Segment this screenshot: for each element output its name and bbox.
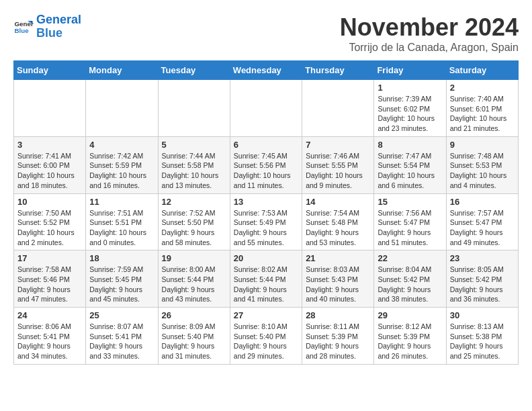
weekday-header-friday: Friday — [374, 61, 446, 80]
day-info: Sunrise: 7:39 AM Sunset: 6:02 PM Dayligh… — [378, 94, 442, 134]
calendar-cell: 8Sunrise: 7:47 AM Sunset: 5:54 PM Daylig… — [374, 136, 446, 193]
calendar-cell: 13Sunrise: 7:53 AM Sunset: 5:49 PM Dayli… — [230, 193, 302, 250]
calendar-cell: 9Sunrise: 7:48 AM Sunset: 5:53 PM Daylig… — [446, 136, 518, 193]
calendar-cell: 1Sunrise: 7:39 AM Sunset: 6:02 PM Daylig… — [374, 80, 446, 137]
day-info: Sunrise: 8:07 AM Sunset: 5:41 PM Dayligh… — [89, 322, 154, 361]
day-info: Sunrise: 7:56 AM Sunset: 5:47 PM Dayligh… — [378, 208, 442, 248]
day-info: Sunrise: 8:00 AM Sunset: 5:44 PM Dayligh… — [162, 265, 226, 304]
day-info: Sunrise: 8:10 AM Sunset: 5:40 PM Dayligh… — [234, 322, 298, 361]
day-number: 16 — [450, 197, 515, 207]
calendar-cell: 10Sunrise: 7:50 AM Sunset: 5:52 PM Dayli… — [14, 193, 86, 250]
svg-text:Blue: Blue — [15, 27, 30, 34]
day-number: 10 — [17, 197, 82, 207]
calendar-cell: 26Sunrise: 8:09 AM Sunset: 5:40 PM Dayli… — [158, 308, 230, 365]
day-info: Sunrise: 8:06 AM Sunset: 5:41 PM Dayligh… — [17, 322, 82, 361]
day-info: Sunrise: 7:44 AM Sunset: 5:58 PM Dayligh… — [162, 151, 226, 191]
day-number: 15 — [378, 197, 442, 207]
day-info: Sunrise: 7:46 AM Sunset: 5:55 PM Dayligh… — [306, 151, 370, 191]
weekday-header-sunday: Sunday — [14, 61, 86, 80]
calendar-week-row: 24Sunrise: 8:06 AM Sunset: 5:41 PM Dayli… — [14, 308, 519, 365]
day-number: 18 — [89, 253, 154, 263]
day-info: Sunrise: 8:13 AM Sunset: 5:38 PM Dayligh… — [450, 322, 515, 361]
day-number: 5 — [162, 140, 226, 150]
calendar-cell: 25Sunrise: 8:07 AM Sunset: 5:41 PM Dayli… — [86, 308, 158, 365]
calendar-cell: 6Sunrise: 7:45 AM Sunset: 5:56 PM Daylig… — [230, 136, 302, 193]
day-number: 11 — [89, 197, 154, 207]
day-info: Sunrise: 8:04 AM Sunset: 5:42 PM Dayligh… — [378, 265, 442, 304]
calendar-cell — [86, 80, 158, 137]
calendar-cell: 14Sunrise: 7:54 AM Sunset: 5:48 PM Dayli… — [302, 193, 374, 250]
calendar-cell: 7Sunrise: 7:46 AM Sunset: 5:55 PM Daylig… — [302, 136, 374, 193]
day-number: 25 — [89, 310, 154, 320]
day-number: 7 — [306, 140, 370, 150]
weekday-header-wednesday: Wednesday — [230, 61, 302, 80]
day-number: 9 — [450, 140, 515, 150]
calendar-cell: 5Sunrise: 7:44 AM Sunset: 5:58 PM Daylig… — [158, 136, 230, 193]
calendar-cell: 3Sunrise: 7:41 AM Sunset: 6:00 PM Daylig… — [14, 136, 86, 193]
day-number: 6 — [234, 140, 298, 150]
calendar-cell: 19Sunrise: 8:00 AM Sunset: 5:44 PM Dayli… — [158, 250, 230, 308]
day-info: Sunrise: 7:41 AM Sunset: 6:00 PM Dayligh… — [17, 151, 82, 191]
day-number: 20 — [234, 253, 298, 263]
logo-icon: General Blue — [13, 17, 34, 37]
day-number: 21 — [306, 253, 370, 263]
day-number: 4 — [89, 140, 154, 150]
day-info: Sunrise: 7:51 AM Sunset: 5:51 PM Dayligh… — [89, 208, 154, 248]
calendar-week-row: 1Sunrise: 7:39 AM Sunset: 6:02 PM Daylig… — [14, 80, 519, 137]
day-number: 1 — [378, 83, 442, 93]
day-info: Sunrise: 8:11 AM Sunset: 5:39 PM Dayligh… — [306, 322, 370, 361]
calendar-header-row: SundayMondayTuesdayWednesdayThursdayFrid… — [14, 61, 519, 80]
calendar-cell: 24Sunrise: 8:06 AM Sunset: 5:41 PM Dayli… — [14, 308, 86, 365]
calendar-cell: 4Sunrise: 7:42 AM Sunset: 5:59 PM Daylig… — [86, 136, 158, 193]
day-number: 22 — [378, 253, 442, 263]
calendar-cell — [158, 80, 230, 137]
day-info: Sunrise: 7:54 AM Sunset: 5:48 PM Dayligh… — [306, 208, 370, 248]
calendar-cell: 12Sunrise: 7:52 AM Sunset: 5:50 PM Dayli… — [158, 193, 230, 250]
weekday-header-saturday: Saturday — [446, 61, 518, 80]
calendar-cell: 28Sunrise: 8:11 AM Sunset: 5:39 PM Dayli… — [302, 308, 374, 365]
calendar-cell — [302, 80, 374, 137]
day-number: 28 — [306, 310, 370, 320]
month-title: November 2024 — [340, 13, 519, 42]
day-number: 27 — [234, 310, 298, 320]
calendar-cell: 30Sunrise: 8:13 AM Sunset: 5:38 PM Dayli… — [446, 308, 518, 365]
day-info: Sunrise: 8:03 AM Sunset: 5:43 PM Dayligh… — [306, 265, 370, 304]
calendar-cell: 18Sunrise: 7:59 AM Sunset: 5:45 PM Dayli… — [86, 250, 158, 308]
calendar-week-row: 3Sunrise: 7:41 AM Sunset: 6:00 PM Daylig… — [14, 136, 519, 193]
day-number: 24 — [17, 310, 82, 320]
calendar-cell — [14, 80, 86, 137]
calendar-cell: 20Sunrise: 8:02 AM Sunset: 5:44 PM Dayli… — [230, 250, 302, 308]
calendar-cell: 27Sunrise: 8:10 AM Sunset: 5:40 PM Dayli… — [230, 308, 302, 365]
day-info: Sunrise: 7:40 AM Sunset: 6:01 PM Dayligh… — [450, 94, 515, 134]
day-number: 19 — [162, 253, 226, 263]
day-number: 29 — [378, 310, 442, 320]
calendar-cell: 23Sunrise: 8:05 AM Sunset: 5:42 PM Dayli… — [446, 250, 518, 308]
day-info: Sunrise: 7:58 AM Sunset: 5:46 PM Dayligh… — [17, 265, 82, 304]
day-info: Sunrise: 7:48 AM Sunset: 5:53 PM Dayligh… — [450, 151, 515, 191]
calendar-table: SundayMondayTuesdayWednesdayThursdayFrid… — [13, 60, 519, 365]
day-info: Sunrise: 7:42 AM Sunset: 5:59 PM Dayligh… — [89, 151, 154, 191]
logo: General Blue General Blue — [13, 13, 81, 40]
title-section: November 2024 Torrijo de la Canada, Arag… — [340, 13, 519, 54]
day-info: Sunrise: 7:45 AM Sunset: 5:56 PM Dayligh… — [234, 151, 298, 191]
day-info: Sunrise: 8:05 AM Sunset: 5:42 PM Dayligh… — [450, 265, 515, 304]
page-header: General Blue General Blue November 2024 … — [13, 13, 519, 54]
day-number: 13 — [234, 197, 298, 207]
weekday-header-monday: Monday — [86, 61, 158, 80]
calendar-week-row: 10Sunrise: 7:50 AM Sunset: 5:52 PM Dayli… — [14, 193, 519, 250]
calendar-cell: 17Sunrise: 7:58 AM Sunset: 5:46 PM Dayli… — [14, 250, 86, 308]
calendar-cell: 21Sunrise: 8:03 AM Sunset: 5:43 PM Dayli… — [302, 250, 374, 308]
calendar-cell: 29Sunrise: 8:12 AM Sunset: 5:39 PM Dayli… — [374, 308, 446, 365]
calendar-week-row: 17Sunrise: 7:58 AM Sunset: 5:46 PM Dayli… — [14, 250, 519, 308]
day-number: 30 — [450, 310, 515, 320]
day-number: 23 — [450, 253, 515, 263]
day-info: Sunrise: 8:02 AM Sunset: 5:44 PM Dayligh… — [234, 265, 298, 304]
calendar-cell: 15Sunrise: 7:56 AM Sunset: 5:47 PM Dayli… — [374, 193, 446, 250]
calendar-cell: 2Sunrise: 7:40 AM Sunset: 6:01 PM Daylig… — [446, 80, 518, 137]
day-number: 14 — [306, 197, 370, 207]
day-info: Sunrise: 7:57 AM Sunset: 5:47 PM Dayligh… — [450, 208, 515, 248]
calendar-cell: 11Sunrise: 7:51 AM Sunset: 5:51 PM Dayli… — [86, 193, 158, 250]
day-info: Sunrise: 7:59 AM Sunset: 5:45 PM Dayligh… — [89, 265, 154, 304]
day-info: Sunrise: 8:09 AM Sunset: 5:40 PM Dayligh… — [162, 322, 226, 361]
day-number: 8 — [378, 140, 442, 150]
